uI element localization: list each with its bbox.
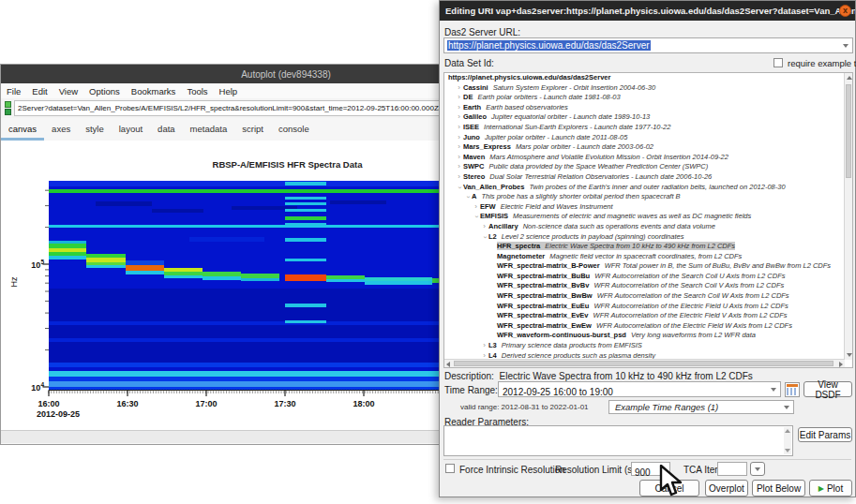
time-range-input[interactable] bbox=[499, 385, 780, 399]
overplot-button[interactable]: Overplot bbox=[705, 480, 748, 497]
view-dsdf-button[interactable]: View DSDF bbox=[803, 381, 852, 397]
tree-item-DE[interactable]: ›DEEarth polar orbiters - Launch date 19… bbox=[444, 93, 852, 103]
tree-item-WFR_spectral-matrix_BvBv[interactable]: WFR_spectral-matrix_BvBvWFR Autocorrelat… bbox=[444, 281, 852, 291]
tree-item-EFW[interactable]: ›EFWElectric Field and Waves Instrument bbox=[444, 202, 852, 213]
menu-edit[interactable]: Edit bbox=[26, 86, 53, 96]
scroll-up-icon[interactable] bbox=[847, 76, 852, 80]
tree-item-Magnetometer[interactable]: MagnetometerMagnetic field vector in spa… bbox=[444, 252, 852, 262]
tree-item-WFR_spectral-matrix_EvEv[interactable]: WFR_spectral-matrix_EvEvWFR Autocorrelat… bbox=[444, 311, 852, 321]
tab-console[interactable]: console bbox=[271, 119, 317, 141]
tree-item-Earth[interactable]: ›EarthEarth based observatories bbox=[444, 103, 852, 113]
tca-item-dropdown[interactable] bbox=[750, 462, 765, 476]
expand-icon[interactable]: › bbox=[455, 112, 463, 123]
expand-icon[interactable]: › bbox=[455, 162, 463, 172]
expand-icon[interactable]: › bbox=[455, 123, 463, 133]
scroll-left-icon[interactable] bbox=[446, 362, 450, 367]
force-intrinsic-resolution-checkbox[interactable] bbox=[445, 464, 455, 473]
calendar-icon[interactable] bbox=[785, 382, 800, 397]
tree-item-WFR_spectral-matrix_B-Power[interactable]: WFR_spectral-matrix_B-PowerWFR Total pow… bbox=[444, 261, 852, 272]
tree-item-Ancillary[interactable]: ›AncillaryNon-science data such as opera… bbox=[444, 222, 852, 232]
reader-parameters-input[interactable] bbox=[443, 425, 793, 456]
scroll-down-icon[interactable] bbox=[785, 449, 790, 452]
chevron-down-icon[interactable] bbox=[771, 388, 776, 392]
collapse-icon[interactable]: › bbox=[471, 213, 481, 221]
tree-item-WFR_spectral-matrix_BuBu[interactable]: WFR_spectral-matrix_BuBuWFR Autocorrelat… bbox=[444, 272, 852, 282]
collapse-icon[interactable]: › bbox=[462, 193, 473, 201]
tca-item-field[interactable] bbox=[717, 462, 747, 476]
expand-icon[interactable]: › bbox=[472, 202, 480, 213]
scroll-up-icon[interactable] bbox=[785, 429, 790, 433]
menu-view[interactable]: View bbox=[53, 86, 83, 96]
tab-data[interactable]: data bbox=[150, 119, 183, 141]
tab-canvas[interactable]: canvas bbox=[1, 119, 44, 141]
tree-item-WFR_spectral-matrix_EuEu[interactable]: WFR_spectral-matrix_EuEuWFR Autocorrelat… bbox=[444, 302, 852, 312]
collapse-icon[interactable]: › bbox=[454, 183, 464, 191]
expand-icon[interactable]: › bbox=[455, 142, 463, 153]
tree-item-description: Earth based observatories bbox=[486, 103, 568, 111]
tab-layout[interactable]: layout bbox=[112, 119, 150, 141]
tree-item-Galileo[interactable]: ›GalileoJupiter equatorial orbiter - Lau… bbox=[444, 112, 852, 123]
plot-button[interactable]: ▶ Plot bbox=[809, 480, 852, 497]
tree-item-ISEE[interactable]: ›ISEEInternational Sun-Earth Explorers -… bbox=[444, 123, 852, 133]
require-example-time-checkbox[interactable] bbox=[773, 58, 783, 67]
tree-item-A[interactable]: ›AThis probe has a slightly shorter orbi… bbox=[444, 192, 852, 202]
tree-item-description: Electric Wave Spectra from 10 kHz to 490… bbox=[545, 242, 735, 250]
tree-item-EMFISIS[interactable]: ›EMFISISMeasurements of electric and mag… bbox=[444, 212, 852, 222]
textarea-scrollbar[interactable] bbox=[784, 427, 791, 454]
tree-item-name: Magnetometer bbox=[497, 252, 545, 260]
dialog-title-bar[interactable]: Editing URI vap+das2server:https://plane… bbox=[440, 1, 855, 21]
tree-item-Juno[interactable]: ›JunoJupiter polar orbiter - Launch date… bbox=[444, 133, 852, 143]
tree-item-Stereo[interactable]: ›StereoDual Solar Terrestrial Relation O… bbox=[444, 172, 852, 183]
collapse-icon[interactable]: › bbox=[479, 232, 489, 241]
menu-options[interactable]: Options bbox=[83, 86, 126, 96]
tree-horizontal-scrollbar[interactable] bbox=[444, 359, 845, 367]
scroll-down-icon[interactable] bbox=[847, 353, 852, 357]
menu-bookmarks[interactable]: Bookmarks bbox=[126, 86, 182, 96]
example-time-ranges-combo[interactable]: Example Time Ranges (1) bbox=[608, 400, 794, 414]
tree-root[interactable]: https://planet.physics.uiowa.edu/das/das… bbox=[444, 73, 852, 83]
close-icon[interactable]: x bbox=[839, 5, 851, 17]
chevron-down-icon[interactable] bbox=[843, 44, 848, 48]
tab-script[interactable]: script bbox=[234, 119, 271, 141]
menu-file[interactable]: File bbox=[1, 86, 26, 96]
server-url-combo[interactable]: https://planet.physics.uiowa.edu/das/das… bbox=[443, 37, 853, 53]
tree-item-WFR_spectral-matrix_BwBw[interactable]: WFR_spectral-matrix_BwBwWFR Autocorrelat… bbox=[444, 291, 852, 302]
menu-help[interactable]: Help bbox=[214, 86, 244, 96]
tree-item-WFR_waveform-continuous-burst_psd[interactable]: WFR_waveform-continuous-burst_psdVery lo… bbox=[444, 331, 852, 341]
tree-item-Maven[interactable]: ›MavenMars Atmosphere and Volatile Evolu… bbox=[444, 153, 852, 163]
tab-style[interactable]: style bbox=[78, 119, 112, 141]
tab-axes[interactable]: axes bbox=[44, 119, 78, 141]
server-url-label: Das2 Server URL: bbox=[444, 27, 520, 37]
tree-item-L2[interactable]: ›L2Level 2 science products in payload (… bbox=[444, 232, 852, 243]
plot-below-button[interactable]: Plot Below bbox=[752, 480, 805, 497]
tree-item-WFR_spectral-matrix_EwEw[interactable]: WFR_spectral-matrix_EwEwWFR Autocorrelat… bbox=[444, 321, 852, 332]
expand-icon[interactable]: › bbox=[455, 172, 463, 183]
tree-vertical-scrollbar[interactable] bbox=[844, 73, 852, 360]
chevron-down-icon[interactable] bbox=[755, 467, 760, 471]
tree-item-description: Jupiter polar orbiter - Launch date 2011… bbox=[485, 133, 627, 141]
tree-item-Cassini[interactable]: ›CassiniSaturn System Explorer - Orbit I… bbox=[444, 83, 852, 94]
expand-icon[interactable]: › bbox=[480, 341, 488, 351]
tree-item-Van_Allen_Probes[interactable]: ›Van_Allen_ProbesTwin probes of the Eart… bbox=[444, 183, 852, 193]
time-range-combo[interactable] bbox=[498, 381, 781, 397]
tab-metadata[interactable]: metadata bbox=[183, 119, 235, 141]
expand-icon[interactable]: › bbox=[455, 133, 463, 143]
expand-icon[interactable]: › bbox=[480, 222, 488, 232]
scrollbar-thumb[interactable] bbox=[454, 361, 833, 366]
tree-item-name: Juno bbox=[463, 133, 480, 141]
scrollbar-thumb[interactable] bbox=[846, 84, 851, 178]
tree-item-Mars_Express[interactable]: ›Mars_ExpressMars polar orbiter - Launch… bbox=[444, 142, 852, 153]
tree-item-L3[interactable]: ›L3Primary science data products from EM… bbox=[444, 341, 852, 351]
dataset-tree[interactable]: https://planet.physics.uiowa.edu/das/das… bbox=[443, 72, 853, 368]
tree-item-SWPC[interactable]: ›SWPCPublic data provided by the Space W… bbox=[444, 162, 852, 172]
chevron-down-icon[interactable] bbox=[784, 406, 789, 409]
expand-icon[interactable]: › bbox=[455, 93, 463, 103]
menu-tools[interactable]: Tools bbox=[181, 86, 213, 96]
scroll-right-icon[interactable] bbox=[839, 362, 843, 367]
desktop: Autoplot (dev894338) FileEditViewOptions… bbox=[0, 0, 856, 504]
edit-params-button[interactable]: Edit Params bbox=[798, 427, 852, 442]
expand-icon[interactable]: › bbox=[455, 83, 463, 94]
expand-icon[interactable]: › bbox=[455, 153, 463, 163]
tree-item-HFR_spectra[interactable]: HFR_spectraElectric Wave Spectra from 10… bbox=[444, 242, 852, 252]
expand-icon[interactable]: › bbox=[455, 103, 463, 113]
